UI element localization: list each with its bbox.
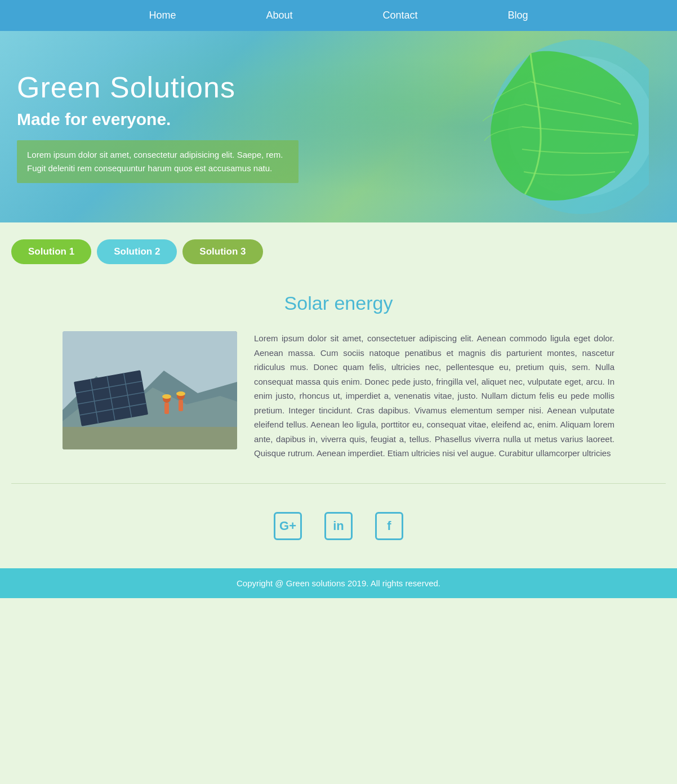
svg-point-18 — [176, 391, 185, 396]
solutions-bar: Solution 1 Solution 2 Solution 3 — [0, 222, 677, 275]
social-links: G+ in f — [0, 484, 677, 568]
nav-blog[interactable]: Blog — [463, 10, 573, 21]
nav-contact[interactable]: Contact — [337, 10, 462, 21]
facebook-icon[interactable]: f — [375, 512, 403, 540]
solar-content: Lorem ipsum dolor sit amet, consectetuer… — [63, 331, 614, 461]
copyright-text: Copyright @ Green solutions 2019. All ri… — [237, 578, 440, 588]
solar-body-text: Lorem ipsum dolor sit amet, consectetuer… — [254, 331, 614, 461]
google-plus-icon[interactable]: G+ — [274, 512, 302, 540]
solar-section: Solar energy — [0, 275, 677, 483]
svg-rect-16 — [179, 400, 183, 411]
svg-rect-5 — [63, 427, 237, 449]
solar-panel-image — [63, 331, 237, 449]
linkedin-icon[interactable]: in — [324, 512, 353, 540]
footer: Copyright @ Green solutions 2019. All ri… — [0, 568, 677, 598]
svg-rect-14 — [164, 403, 169, 414]
hero-content: Green Solutions Made for everyone. Lorem… — [17, 70, 371, 183]
hero-subtitle: Made for everyone. — [17, 110, 371, 129]
solution-3-button[interactable]: Solution 3 — [182, 239, 262, 264]
solar-title: Solar energy — [11, 292, 666, 314]
nav-about[interactable]: About — [221, 10, 337, 21]
nav-home[interactable]: Home — [104, 10, 221, 21]
leaf-decoration — [412, 37, 649, 217]
svg-point-17 — [162, 394, 171, 399]
hero-description: Lorem ipsum dolor sit amet, consectetur … — [17, 140, 299, 183]
hero-title: Green Solutions — [17, 70, 371, 104]
hero-section: Green Solutions Made for everyone. Lorem… — [0, 31, 677, 222]
solution-1-button[interactable]: Solution 1 — [11, 239, 91, 264]
navigation: Home About Contact Blog — [0, 0, 677, 31]
solution-2-button[interactable]: Solution 2 — [97, 239, 177, 264]
